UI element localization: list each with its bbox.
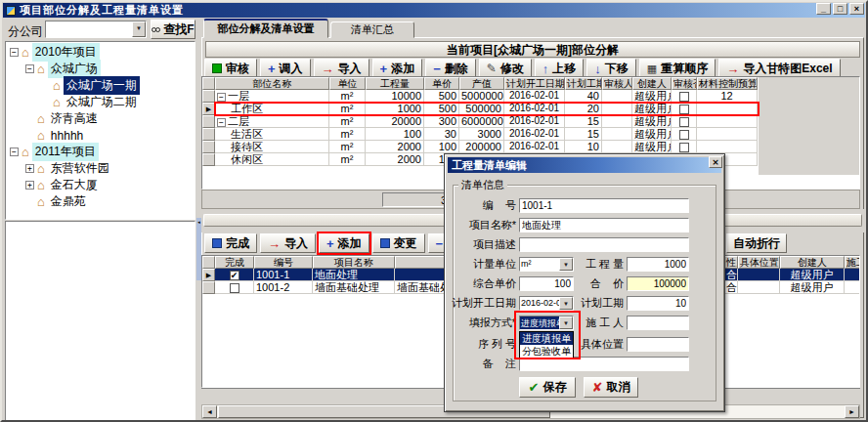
finish-button[interactable]: 完成	[204, 233, 257, 253]
project-desc-label: 项目描述	[449, 237, 516, 252]
cell-unit: m²	[329, 128, 366, 141]
expand-icon[interactable]: +	[25, 164, 34, 173]
close-button[interactable]: ×	[849, 3, 864, 15]
table-row[interactable]: −一层m²1000050050000002016-02-0140超级用户12	[202, 90, 859, 103]
company-combobox[interactable]: ▼	[45, 21, 147, 38]
unit-combobox[interactable]: m² ▼	[519, 257, 574, 272]
project-name-field[interactable]	[519, 218, 689, 232]
table-row[interactable]: 接待区m²20001002000002016-02-0110超级用户	[202, 141, 859, 153]
autowrap-button[interactable]: 自动折行	[726, 233, 787, 253]
cell-audited	[672, 90, 697, 103]
worker-field[interactable]	[627, 316, 689, 330]
chevron-down-icon[interactable]: ▼	[559, 297, 573, 310]
tree-item[interactable]: ⌂金鼎苑	[6, 193, 195, 210]
tree-item[interactable]: ⌂众城广场二期	[6, 94, 195, 110]
add-button[interactable]: +添加	[319, 233, 369, 253]
scroll-left-icon[interactable]: ◄	[202, 405, 217, 418]
cell-creator: 超级用户	[632, 90, 672, 103]
dialog-close-icon[interactable]: ×	[709, 156, 722, 168]
import-button[interactable]: →导入	[314, 59, 369, 78]
duration-field[interactable]	[627, 296, 689, 311]
import-gantt-excel-button[interactable]: →导入甘特图Excel	[718, 59, 840, 78]
tree-item[interactable]: −⌂2010年项目	[6, 44, 195, 61]
table-row[interactable]: −二层m²2000030060000002016-02-0115超级用户	[202, 115, 859, 128]
tab-list-summary[interactable]: 清单汇总	[330, 21, 414, 38]
list-toolbar: 完成→导入+添加变更−删除	[204, 233, 478, 253]
start-date-combobox[interactable]: 2016-02-01 ▼	[519, 296, 574, 311]
remark-field[interactable]	[519, 357, 689, 371]
cell-output: 5000000	[459, 90, 504, 103]
minimize-button[interactable]: _	[816, 3, 831, 15]
transfer-in-button[interactable]: +调入	[260, 59, 311, 78]
total-price-field[interactable]	[627, 276, 689, 291]
modify-button[interactable]: ✎修改	[479, 59, 532, 78]
cell-name: −一层	[215, 90, 329, 103]
cell-unit: m²	[329, 103, 366, 115]
tree-item[interactable]: ⌂济青高速	[6, 110, 195, 127]
collapse-icon[interactable]: −	[10, 148, 19, 156]
checkbox-unchecked[interactable]	[230, 283, 239, 293]
collapse-icon[interactable]: −	[25, 64, 34, 73]
move-down-button[interactable]: ↓下移	[586, 59, 636, 78]
column-header: 施工人	[845, 256, 860, 269]
dropdown-option[interactable]: 进度填报单	[520, 332, 573, 345]
add-button[interactable]: +添加	[372, 59, 423, 78]
tree-item[interactable]: ⌂hhhhh	[6, 127, 195, 144]
chevron-down-icon[interactable]: ▼	[559, 258, 573, 271]
finish-button-label: 完成	[226, 235, 249, 252]
unit-price-field[interactable]	[519, 276, 574, 291]
table-row[interactable]: 生活区m²1003030002016-02-0115超级用户	[202, 128, 859, 141]
chevron-down-icon[interactable]: ▼	[559, 316, 573, 329]
location-field[interactable]	[627, 337, 689, 352]
checkbox-unchecked[interactable]	[679, 117, 689, 127]
dialog-title-bar[interactable]: 工程量清单编辑	[448, 157, 721, 173]
find-button[interactable]: 查找F	[151, 20, 195, 39]
tab-parts-and-list-setup[interactable]: 部位分解及清单设置	[203, 19, 328, 38]
tree-item[interactable]: +⌂金石大厦	[6, 177, 195, 193]
chevron-down-icon[interactable]: ▼	[132, 21, 146, 37]
save-button[interactable]: ✔ 保存	[519, 377, 576, 398]
import-button[interactable]: →导入	[260, 233, 316, 253]
checkbox-unchecked[interactable]	[679, 105, 689, 114]
report-method-combobox[interactable]: 进度填报单 ▼	[519, 316, 574, 330]
table-row[interactable]: ▶工作区m²10005005000002016-02-0120超级用户	[202, 103, 859, 115]
quantity-field[interactable]	[627, 257, 689, 272]
dropdown-option[interactable]: 分包验收单	[520, 345, 573, 358]
change-button[interactable]: 变更	[372, 233, 425, 253]
cancel-button[interactable]: ✘ 取消	[584, 377, 638, 398]
cell-name: 墙面基础处理	[313, 281, 395, 294]
duration-label: 计划工期	[580, 296, 624, 311]
total-price-label: 合 价	[580, 276, 624, 291]
expand-icon[interactable]: +	[25, 181, 34, 190]
tree-item[interactable]: −⌂2011年项目	[6, 144, 195, 160]
code-field[interactable]	[519, 198, 689, 213]
checkbox-unchecked[interactable]	[679, 92, 689, 102]
report-method-label: 填报方式*	[449, 316, 516, 330]
recalc-order-button[interactable]: ▦重算顺序	[639, 59, 716, 78]
collapse-icon[interactable]: −	[217, 118, 226, 127]
cell-text: 二层	[228, 115, 249, 127]
cell-qty: 1000	[366, 103, 424, 115]
cancel-button-label: 取消	[606, 379, 629, 396]
checkbox-unchecked[interactable]	[679, 143, 689, 152]
plus-icon: +	[268, 62, 276, 76]
checkbox-unchecked[interactable]	[679, 130, 689, 140]
tree-item[interactable]: −⌂众城广场	[6, 61, 195, 77]
project-icon: ⌂	[37, 162, 45, 175]
move-up-button[interactable]: ↑上移	[535, 59, 585, 78]
collapse-icon[interactable]: −	[10, 48, 19, 57]
tree-item[interactable]: ⌂众城广场一期	[6, 77, 195, 94]
collapse-icon[interactable]: −	[217, 93, 226, 102]
cell-auditor	[602, 141, 632, 153]
company-label: 分公司	[8, 23, 43, 40]
scroll-right-icon[interactable]: ►	[845, 405, 859, 418]
tree-item-label: 金鼎苑	[48, 192, 89, 211]
checkbox-checked[interactable]: ✔	[230, 271, 239, 280]
project-desc-field[interactable]	[519, 237, 689, 252]
audit-button[interactable]: 审核	[204, 59, 257, 78]
tree-item[interactable]: +⌂东营软件园	[6, 160, 195, 177]
maximize-button[interactable]: □	[833, 3, 847, 15]
delete-button[interactable]: −删除	[425, 59, 476, 78]
unit-price-label: 综合单价	[449, 276, 516, 291]
cell-start: 2016-02-01	[504, 141, 565, 153]
